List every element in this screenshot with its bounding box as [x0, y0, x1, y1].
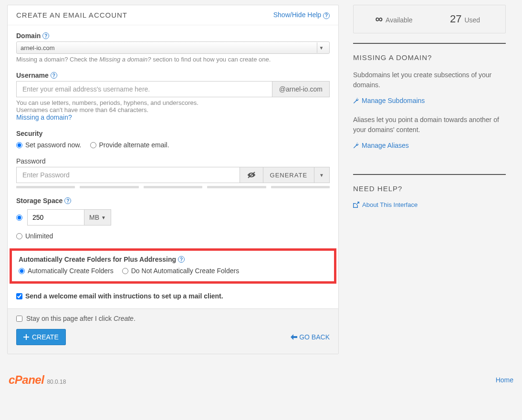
domain-select[interactable]: arnel-io.com ▼ [16, 41, 330, 54]
domain-label: Domain ? [16, 32, 49, 40]
security-altemail-radio[interactable] [90, 142, 96, 148]
used-value: 27 [450, 13, 461, 25]
create-button[interactable]: CREATE [16, 329, 66, 345]
toggle-password-visibility-button[interactable] [240, 167, 263, 183]
help-icon[interactable]: ? [64, 197, 71, 204]
security-label: Security [16, 130, 42, 137]
stay-on-page-checkbox[interactable] [16, 316, 22, 322]
folders-auto-radio[interactable] [19, 268, 25, 274]
storage-limited-radio[interactable] [16, 215, 22, 221]
plus-icon [23, 334, 29, 340]
username-input[interactable] [16, 81, 272, 97]
missing-domain-link[interactable]: Missing a domain? [16, 113, 72, 121]
cpanel-logo: cPanel 80.0.18 [9, 373, 66, 387]
wrench-icon [353, 143, 359, 148]
storage-value-input[interactable] [27, 209, 84, 225]
home-link[interactable]: Home [496, 376, 513, 384]
security-altemail-label: Provide alternate email. [99, 141, 169, 149]
storage-unlimited-radio[interactable] [16, 233, 22, 239]
username-hint: You can use letters, numbers, periods, h… [16, 99, 330, 113]
show-hide-help-link[interactable]: Show/Hide Help ? [273, 11, 330, 19]
welcome-email-label: Send a welcome email with instructions t… [25, 292, 223, 300]
folders-noauto-label: Do Not Automatically Create Folders [131, 267, 239, 275]
username-domain-addon: @arnel-io.com [272, 81, 330, 97]
stay-on-page-label: Stay on this page after I click Create. [26, 315, 136, 322]
folders-noauto-radio[interactable] [122, 268, 128, 274]
eye-slash-icon [247, 171, 256, 179]
aliases-text: Aliases let you point a domain towards a… [353, 115, 506, 135]
security-password-label: Set password now. [25, 141, 82, 149]
folders-label: Automatically Create Folders for Plus Ad… [19, 256, 185, 263]
go-back-link[interactable]: GO BACK [291, 333, 330, 341]
username-label: Username ? [16, 72, 57, 79]
used-label: Used [464, 16, 480, 24]
missing-domain-title: MISSING A DOMAIN? [353, 53, 506, 61]
help-icon[interactable]: ? [51, 72, 57, 79]
external-link-icon [353, 202, 359, 208]
welcome-email-checkbox[interactable] [16, 293, 22, 299]
storage-label: Storage Space ? [16, 197, 71, 205]
storage-unlimited-label: Unlimited [25, 232, 53, 240]
password-strength-meter [16, 186, 330, 188]
manage-subdomains-link[interactable]: Manage Subdomains [353, 97, 425, 104]
chevron-down-icon: ▼ [101, 215, 106, 220]
generate-password-button[interactable]: GENERATE [263, 167, 315, 183]
wrench-icon [353, 98, 359, 103]
highlighted-folders-section: Automatically Create Folders for Plus Ad… [10, 248, 336, 284]
storage-unit-select[interactable]: MB▼ [84, 209, 111, 225]
chevron-down-icon: ▼ [317, 42, 325, 53]
arrow-left-icon [291, 334, 297, 340]
security-password-radio[interactable] [16, 142, 22, 148]
quota-stats: ∞ Available 27 Used [353, 5, 506, 33]
domain-hint: Missing a domain? Check the Missing a do… [16, 56, 330, 63]
manage-aliases-link[interactable]: Manage Aliases [353, 142, 409, 149]
need-help-title: NEED HELP? [353, 184, 506, 193]
help-icon[interactable]: ? [42, 32, 49, 39]
password-label: Password [16, 157, 45, 165]
available-value: ∞ [375, 13, 383, 25]
password-input[interactable] [16, 167, 240, 183]
folders-auto-label: Automatically Create Folders [28, 267, 114, 275]
help-icon[interactable]: ? [178, 256, 185, 263]
panel-title: CREATE AN EMAIL ACCOUNT [16, 11, 127, 19]
help-icon: ? [323, 12, 330, 19]
subdomains-text: Subdomains let you create subsections of… [353, 70, 506, 90]
available-label: Available [386, 16, 413, 24]
generate-options-button[interactable]: ▼ [314, 167, 330, 183]
about-interface-link[interactable]: About This Interface [353, 201, 418, 208]
